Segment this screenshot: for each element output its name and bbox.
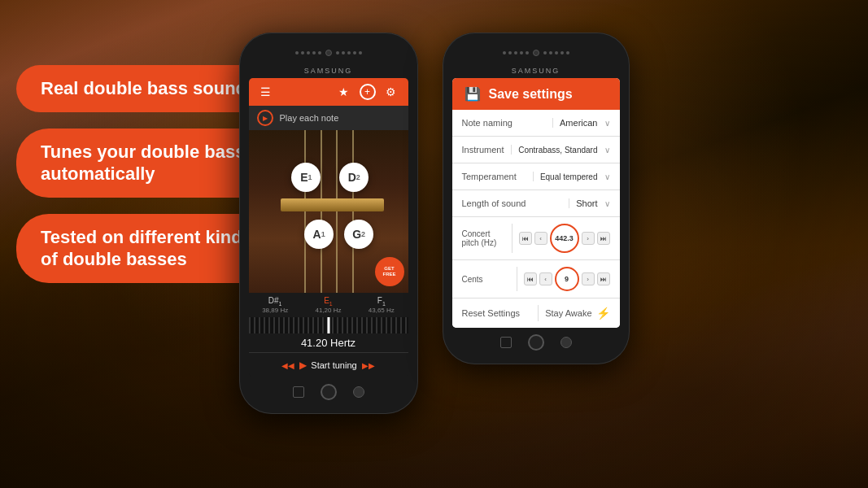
concert-pitch-row: Concert pitch (Hz) ⏮ ‹ 442.3 › ⏭ xyxy=(452,217,620,260)
reset-divider xyxy=(538,305,539,321)
speaker-dot xyxy=(520,51,523,54)
play-bar: ▶ Play each note xyxy=(249,106,408,130)
cents-value: 9 xyxy=(555,267,579,291)
phone-speaker-4 xyxy=(543,51,569,54)
settings-label-temperament: Temperament xyxy=(462,172,526,181)
reset-settings-label[interactable]: Reset Settings xyxy=(462,308,532,318)
pitch-prev-btn[interactable]: ‹ xyxy=(534,232,547,245)
speaker-dot xyxy=(508,51,512,54)
speaker-dot xyxy=(359,51,362,54)
row-divider-2 xyxy=(511,145,512,155)
start-tuning-button[interactable]: ▶ Start tuning xyxy=(299,359,356,371)
reset-row: Reset Settings Stay Awake ⚡ xyxy=(452,298,620,328)
settings-screen: 💾 Save settings Note naming American ∨ I… xyxy=(452,78,620,328)
chevron-icon-3: ∨ xyxy=(604,172,610,181)
home-button[interactable] xyxy=(321,384,337,400)
row-divider-6 xyxy=(517,267,517,291)
add-icon[interactable]: + xyxy=(360,84,376,100)
skip-forward-icon[interactable]: ▶▶ xyxy=(362,361,375,370)
speaker-dot xyxy=(312,51,316,54)
get-free-badge[interactable]: GET FREE xyxy=(375,257,404,286)
chevron-icon-4: ∨ xyxy=(604,199,610,208)
bridge xyxy=(281,198,384,211)
chevron-icon-1: ∨ xyxy=(604,119,610,128)
speaker-dot xyxy=(342,51,345,54)
string-a xyxy=(321,130,322,293)
settings-row-instrument[interactable]: Instrument Contrabass, Standard ∨ xyxy=(452,137,620,163)
pitch-next-btn[interactable]: › xyxy=(582,232,595,245)
speaker-dot xyxy=(566,51,569,54)
back-button[interactable] xyxy=(293,386,304,398)
cents-last-btn[interactable]: ⏭ xyxy=(597,272,610,285)
menu-icon[interactable]: ☰ xyxy=(257,83,275,101)
settings-icon[interactable]: ⚙ xyxy=(382,83,400,101)
tuner-header: ☰ ★ + ⚙ xyxy=(249,78,408,106)
tuning-meter xyxy=(249,317,408,333)
star-icon[interactable]: ★ xyxy=(335,83,353,101)
speaker-dot xyxy=(295,51,299,54)
row-divider-3 xyxy=(533,172,534,181)
play-button[interactable]: ▶ xyxy=(257,110,273,126)
cents-next-btn[interactable]: › xyxy=(582,272,595,285)
freq-hz-ds1: 38,89 Hz xyxy=(262,307,288,314)
settings-row-length[interactable]: Length of sound Short ∨ xyxy=(452,190,620,217)
recent-button[interactable] xyxy=(353,386,364,398)
phone-tuner: SAMSUNG ☰ ★ + ⚙ xyxy=(239,33,418,414)
speaker-dot xyxy=(301,51,304,54)
speaker-dot xyxy=(543,51,547,54)
concert-pitch-label: Concert xyxy=(462,229,505,238)
home-button-2[interactable] xyxy=(528,334,544,351)
string-e xyxy=(304,130,306,293)
phone-speaker-1 xyxy=(295,51,321,54)
settings-label-note-naming: Note naming xyxy=(462,118,547,128)
freq-display: D#1 38,89 Hz E1 41,20 Hz F1 43,65 Hz xyxy=(249,293,408,317)
lightning-icon[interactable]: ⚡ xyxy=(596,307,610,320)
back-button-2[interactable] xyxy=(500,337,512,348)
speaker-dot xyxy=(560,51,564,54)
note-d2[interactable]: D2 xyxy=(339,163,369,192)
pitch-first-btn[interactable]: ⏮ xyxy=(519,232,532,245)
start-tuning-bar: ◀◀ ▶ Start tuning ▶▶ xyxy=(249,352,408,377)
settings-label-instrument: Instrument xyxy=(462,145,505,155)
skip-back-icon[interactable]: ◀◀ xyxy=(281,361,294,370)
save-icon: 💾 xyxy=(465,86,481,102)
speaker-dot xyxy=(503,51,506,54)
play-each-note-label: Play each note xyxy=(280,113,339,123)
phone-bottom-2 xyxy=(452,328,620,355)
chevron-icon-2: ∨ xyxy=(604,146,610,155)
phone-bottom-1 xyxy=(249,377,408,404)
note-e1[interactable]: E1 xyxy=(291,163,321,192)
speaker-dot xyxy=(336,51,339,54)
freq-item-f1: F1 43,65 Hz xyxy=(369,296,395,314)
settings-header: 💾 Save settings xyxy=(452,78,620,110)
speaker-dot xyxy=(526,51,529,54)
freq-item-ds1: D#1 38,89 Hz xyxy=(262,296,288,314)
tuner-screen: ☰ ★ + ⚙ ▶ Pla xyxy=(249,78,408,377)
meter-indicator xyxy=(327,317,329,333)
recent-button-2[interactable] xyxy=(560,337,572,348)
phones-container: SAMSUNG ☰ ★ + ⚙ xyxy=(239,33,630,414)
note-a1[interactable]: A1 xyxy=(304,220,334,249)
settings-value-length: Short xyxy=(576,198,597,208)
freq-note-e1: E1 xyxy=(315,296,341,307)
header-icons: ★ + ⚙ xyxy=(335,83,400,101)
settings-value-temperament: Equal tempered xyxy=(540,172,598,181)
settings-value-instrument: Contrabass, Standard xyxy=(518,146,597,155)
hertz-display: 41.20 Hertz xyxy=(249,333,408,352)
speaker-dot xyxy=(347,51,351,54)
freq-item-e1: E1 41,20 Hz xyxy=(315,296,341,314)
phone-top-bar-1 xyxy=(249,42,408,63)
string-g xyxy=(352,130,354,293)
cents-first-btn[interactable]: ⏮ xyxy=(524,272,537,285)
cents-row: Cents ⏮ ‹ 9 › ⏭ xyxy=(452,260,620,298)
settings-label-length: Length of sound xyxy=(462,198,563,208)
phone-top-bar-2 xyxy=(452,42,620,63)
cents-prev-btn[interactable]: ‹ xyxy=(539,272,552,285)
feature-text-1: Real double bass sounds xyxy=(41,78,256,99)
settings-row-temperament[interactable]: Temperament Equal tempered ∨ xyxy=(452,163,620,190)
pitch-last-btn[interactable]: ⏭ xyxy=(597,232,610,245)
note-g2[interactable]: G2 xyxy=(344,220,373,249)
settings-row-note-naming[interactable]: Note naming American ∨ xyxy=(452,110,620,137)
phone-speaker-3 xyxy=(503,51,529,54)
pitch-value: 442.3 xyxy=(550,224,579,253)
